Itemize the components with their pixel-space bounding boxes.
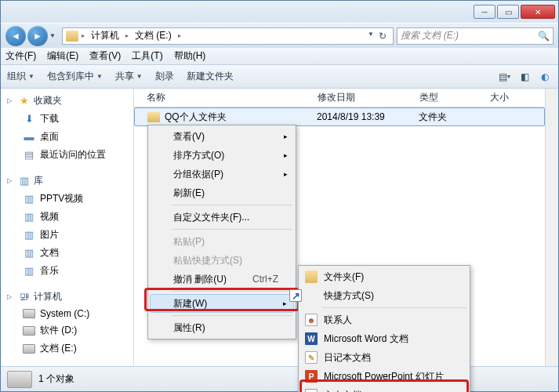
- help-icon[interactable]: ◐: [538, 70, 552, 84]
- shortcut-icon: ↗: [289, 289, 302, 302]
- menu-edit[interactable]: 编辑(E): [47, 49, 78, 63]
- submenu-arrow-icon: ▸: [283, 299, 287, 307]
- drive-icon: [23, 344, 35, 354]
- tool-include[interactable]: 包含到库中▼: [47, 70, 103, 83]
- refresh-icon[interactable]: ↻: [376, 31, 390, 42]
- breadcrumb-sep: ▸: [178, 32, 181, 39]
- status-bar: 1 个对象: [1, 366, 558, 391]
- new-powerpoint[interactable]: PMicrosoft PowerPoint 幻灯片: [300, 367, 468, 386]
- new-text[interactable]: ≡文本文档: [300, 386, 468, 392]
- tool-newfolder[interactable]: 新建文件夹: [187, 70, 234, 83]
- maximize-button[interactable]: ▭: [497, 5, 519, 19]
- ctx-paste: 粘贴(P): [150, 232, 294, 251]
- nav-bar: ◄ ► ▼ ▸ 计算机 ▸ 文档 (E:) ▸ ▼ ↻ 搜索 文档 (E:) 🔍: [1, 23, 558, 48]
- column-headers: 名称 修改日期 类型 大小: [134, 89, 545, 107]
- folder-icon: [147, 112, 160, 122]
- tool-organize[interactable]: 组织▼: [7, 70, 34, 83]
- sidebar-item-music[interactable]: ▥音乐: [1, 262, 133, 280]
- ctx-group[interactable]: 分组依据(P)▸: [150, 165, 294, 183]
- address-bar[interactable]: ▸ 计算机 ▸ 文档 (E:) ▸ ▼ ↻: [62, 27, 394, 45]
- search-input[interactable]: 搜索 文档 (E:) 🔍: [397, 27, 554, 45]
- folder-icon: [305, 270, 318, 283]
- sidebar-item-documents[interactable]: ▥文档: [1, 244, 133, 262]
- sidebar-item-drive-c[interactable]: System (C:): [1, 306, 133, 321]
- titlebar: ─ ▭ ✕: [1, 1, 558, 23]
- drive-icon: [23, 326, 35, 336]
- scrollbar[interactable]: [545, 89, 558, 366]
- menu-file[interactable]: 文件(F): [5, 49, 36, 63]
- drive-icon: [7, 371, 32, 388]
- crumb-folder[interactable]: 文档 (E:): [132, 29, 175, 42]
- minimize-button[interactable]: ─: [474, 5, 495, 19]
- menu-bar: 文件(F) 编辑(E) 查看(V) 工具(T) 帮助(H): [1, 48, 558, 65]
- desktop-icon: ▬: [23, 131, 35, 143]
- file-date: 2014/8/19 13:39: [310, 111, 412, 122]
- music-icon: ▥: [23, 265, 35, 278]
- submenu-arrow-icon: ▸: [284, 151, 288, 159]
- col-size[interactable]: 大小: [484, 91, 539, 104]
- new-folder[interactable]: 文件夹(F): [300, 267, 468, 286]
- new-journal[interactable]: ✎日记本文档: [300, 348, 468, 367]
- new-shortcut[interactable]: ↗快捷方式(S): [300, 286, 468, 305]
- search-placeholder: 搜索 文档 (E:): [401, 29, 459, 42]
- sidebar-item-pptv[interactable]: ▥PPTV视频: [1, 190, 133, 208]
- ctx-sort[interactable]: 排序方式(O)▸: [150, 146, 294, 165]
- new-contact[interactable]: ☻联系人: [300, 310, 468, 329]
- sidebar-item-desktop[interactable]: ▬桌面: [1, 128, 133, 146]
- file-name: QQ个人文件夹: [165, 111, 227, 124]
- ctx-new[interactable]: 新建(W)▸: [150, 294, 294, 313]
- back-button[interactable]: ◄: [5, 26, 26, 46]
- col-date[interactable]: 修改日期: [311, 91, 413, 104]
- ctx-view[interactable]: 查看(V)▸: [150, 127, 294, 146]
- new-word[interactable]: WMicrosoft Word 文档: [300, 329, 468, 348]
- context-menu-new: 文件夹(F) ↗快捷方式(S) ☻联系人 WMicrosoft Word 文档 …: [298, 265, 470, 392]
- forward-button[interactable]: ►: [27, 26, 48, 46]
- folder-icon: [66, 31, 78, 42]
- col-name[interactable]: 名称: [140, 91, 311, 104]
- nav-arrows: ◄ ► ▼: [5, 26, 59, 46]
- ctx-refresh[interactable]: 刷新(E): [150, 183, 294, 202]
- submenu-arrow-icon: ▸: [284, 170, 288, 178]
- preview-pane-icon[interactable]: ◧: [517, 70, 532, 84]
- file-row[interactable]: QQ个人文件夹 2014/8/19 13:39 文件夹: [134, 107, 545, 126]
- ctx-properties[interactable]: 属性(R): [150, 318, 294, 337]
- sidebar-favorites[interactable]: ▷★收藏夹: [1, 92, 133, 110]
- ctx-undo[interactable]: 撤消 删除(U)Ctrl+Z: [150, 270, 294, 289]
- sidebar-computer[interactable]: ▷🖳计算机: [1, 288, 133, 306]
- menu-view[interactable]: 查看(V): [89, 49, 121, 63]
- history-dropdown[interactable]: ▼: [49, 32, 59, 39]
- pictures-icon: ▥: [23, 229, 35, 241]
- file-type: 文件夹: [412, 111, 483, 124]
- text-icon: ≡: [305, 389, 318, 392]
- address-dropdown-icon[interactable]: ▼: [368, 31, 374, 42]
- recent-icon: ▤: [23, 149, 35, 162]
- tool-share[interactable]: 共享▼: [115, 70, 143, 83]
- ctx-customize[interactable]: 自定义文件夹(F)...: [150, 208, 294, 227]
- ctx-paste-shortcut: 粘贴快捷方式(S): [150, 251, 294, 270]
- sidebar-libraries[interactable]: ▷▥库: [1, 172, 133, 190]
- separator: [172, 229, 292, 230]
- computer-icon: 🖳: [18, 291, 31, 303]
- separator: [172, 291, 292, 292]
- search-icon: 🔍: [538, 31, 550, 42]
- col-type[interactable]: 类型: [413, 91, 484, 104]
- menu-help[interactable]: 帮助(H): [174, 49, 206, 63]
- powerpoint-icon: P: [305, 370, 318, 383]
- view-options-icon[interactable]: ▤ ▾: [497, 70, 511, 84]
- close-button[interactable]: ✕: [521, 5, 555, 19]
- toolbar: 组织▼ 包含到库中▼ 共享▼ 刻录 新建文件夹 ▤ ▾ ◧ ◐: [1, 65, 558, 89]
- sidebar-item-recent[interactable]: ▤最近访问的位置: [1, 146, 133, 164]
- word-icon: W: [305, 332, 318, 345]
- sidebar-item-videos[interactable]: ▥视频: [1, 208, 133, 226]
- menu-tools[interactable]: 工具(T): [132, 49, 162, 63]
- sidebar-item-drive-e[interactable]: 文档 (E:): [1, 339, 133, 358]
- star-icon: ★: [18, 95, 31, 107]
- sidebar-item-drive-d[interactable]: 软件 (D:): [1, 321, 133, 339]
- separator: [322, 307, 466, 308]
- video-icon: ▥: [23, 211, 35, 223]
- tool-burn[interactable]: 刻录: [155, 70, 174, 83]
- breadcrumb-sep: ▸: [82, 32, 85, 39]
- sidebar-item-pictures[interactable]: ▥图片: [1, 226, 133, 244]
- crumb-computer[interactable]: 计算机: [88, 29, 122, 42]
- sidebar-item-downloads[interactable]: ⬇下载: [1, 110, 133, 128]
